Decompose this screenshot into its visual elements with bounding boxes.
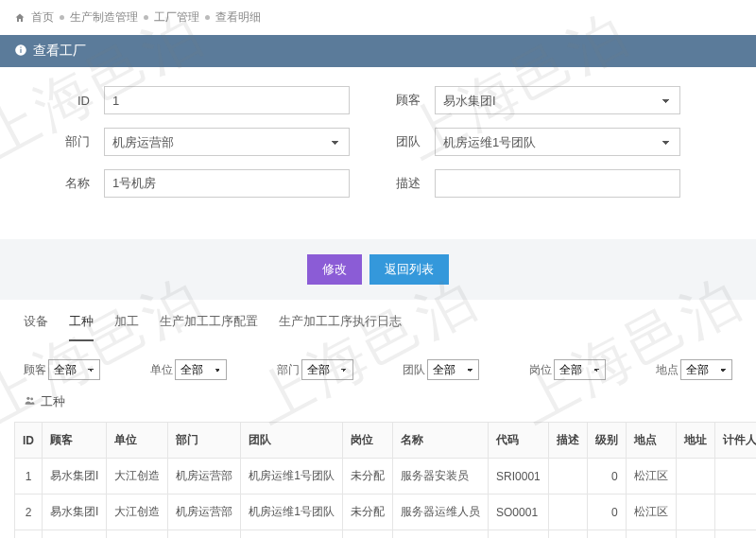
filter-customer-select[interactable]: 全部 [48, 359, 100, 380]
breadcrumb-item[interactable]: 工厂管理 [154, 9, 199, 26]
breadcrumb-item[interactable]: 生产制造管理 [70, 9, 138, 26]
table-cell: 大江创造 [107, 530, 168, 539]
th-location[interactable]: 地点 [626, 423, 676, 459]
table-cell: 松江区 [626, 495, 676, 530]
table-cell: 1 [15, 459, 43, 495]
svg-rect-2 [20, 46, 21, 47]
id-field[interactable] [104, 86, 350, 114]
table-row[interactable]: 2易水集团I大江创造机房运营部机房运维1号团队未分配服务器运维人员SO00010… [15, 495, 757, 530]
filter-unit-select[interactable]: 全部 [175, 359, 227, 380]
table-cell: 0 [587, 495, 626, 530]
table-cell: 0 [587, 459, 626, 495]
filter-team: 团队 全部 [403, 359, 479, 380]
table-cell: 易水集团I [43, 530, 107, 539]
th-name[interactable]: 名称 [393, 423, 489, 459]
section-title-text: 工种 [41, 393, 65, 410]
th-address[interactable]: 地址 [676, 423, 714, 459]
table-cell: 易水集团I [43, 495, 107, 530]
svg-rect-1 [20, 48, 21, 52]
table-row[interactable]: 3易水集团I大江创造机房运营部机房运维1号团队未分配网络部署人员NN00010松… [15, 530, 757, 539]
th-team[interactable]: 团队 [241, 423, 343, 459]
filter-customer: 顾客 全部 [24, 359, 100, 380]
table-cell: 机房运维1号团队 [241, 495, 343, 530]
table-cell: 网络部署人员 [393, 530, 489, 539]
name-field[interactable] [104, 169, 350, 198]
filter-dept-select[interactable]: 全部 [301, 359, 353, 380]
page-header: 查看工厂 [0, 35, 756, 67]
tab-worktype[interactable]: 工种 [69, 313, 94, 341]
svg-point-3 [26, 397, 29, 400]
table-cell: 易水集团I [43, 459, 107, 495]
table-cell: 服务器运维人员 [393, 495, 489, 530]
table-cell: 服务器安装员 [393, 459, 489, 495]
form-area: ID 顾客 易水集团I 部门 机房运营部 团队 机房运维1号团队 名称 [0, 67, 756, 239]
name-label: 名称 [28, 175, 104, 192]
th-dept[interactable]: 部门 [168, 423, 241, 459]
table-cell: 100.00 [714, 459, 756, 495]
th-post[interactable]: 岗位 [343, 423, 393, 459]
table-header-row: ID 顾客 单位 部门 团队 岗位 名称 代码 描述 级别 地点 地址 计件人力… [15, 423, 757, 459]
dept-select[interactable]: 机房运营部 [104, 128, 350, 156]
filter-location-select[interactable]: 全部 [680, 359, 732, 380]
users-icon [24, 394, 36, 409]
filter-dept-label: 部门 [277, 362, 300, 378]
breadcrumb: 首页 生产制造管理 工厂管理 查看明细 [0, 0, 756, 35]
customer-select[interactable]: 易水集团I [435, 86, 680, 114]
filter-customer-label: 顾客 [24, 362, 46, 378]
id-label: ID [28, 94, 104, 108]
tab-process-config[interactable]: 生产加工工序配置 [160, 313, 258, 341]
button-bar: 修改 返回列表 [0, 239, 756, 300]
filter-location: 地点 全部 [656, 359, 732, 380]
desc-field[interactable] [435, 169, 680, 198]
table-cell: 0 [587, 530, 626, 539]
filter-unit: 单位 全部 [150, 359, 227, 380]
filters: 顾客 全部 单位 全部 部门 全部 团队 全部 岗位 全部 地点 全部 [0, 342, 756, 388]
filter-team-select[interactable]: 全部 [427, 359, 479, 380]
table-cell: 机房运维1号团队 [241, 459, 343, 495]
table-cell: 未分配 [343, 459, 393, 495]
breadcrumb-item: 查看明细 [215, 9, 261, 26]
th-cost[interactable]: 计件人力成本 [714, 423, 756, 459]
th-customer[interactable]: 顾客 [43, 423, 107, 459]
info-icon [14, 43, 27, 60]
filter-unit-label: 单位 [150, 362, 173, 378]
filter-dept: 部门 全部 [277, 359, 353, 380]
table-cell: 2.00 [714, 530, 756, 539]
table-cell [548, 459, 587, 495]
th-unit[interactable]: 单位 [107, 423, 168, 459]
customer-label: 顾客 [378, 92, 435, 109]
th-code[interactable]: 代码 [489, 423, 549, 459]
tab-process-log[interactable]: 生产加工工序执行日志 [279, 313, 402, 341]
table-cell: 机房运营部 [168, 459, 241, 495]
tab-process[interactable]: 加工 [114, 313, 139, 341]
worktype-table: ID 顾客 单位 部门 团队 岗位 名称 代码 描述 级别 地点 地址 计件人力… [14, 422, 756, 538]
table-cell: 3 [15, 530, 43, 539]
filter-post-label: 岗位 [529, 362, 552, 378]
desc-label: 描述 [378, 175, 435, 192]
page-title: 查看工厂 [33, 43, 86, 60]
table-cell: 0.00 [714, 495, 756, 530]
th-desc[interactable]: 描述 [548, 423, 587, 459]
breadcrumb-sep [205, 15, 210, 20]
filter-team-label: 团队 [403, 362, 425, 378]
table-cell: 机房运维1号团队 [241, 530, 343, 539]
table-cell: SRI0001 [489, 459, 549, 495]
table-cell: 大江创造 [107, 495, 168, 530]
table-cell: NN0001 [489, 530, 549, 539]
filter-post-select[interactable]: 全部 [554, 359, 606, 380]
table-cell: 2 [15, 495, 43, 530]
table-cell: 松江区 [626, 459, 676, 495]
th-level[interactable]: 级别 [587, 423, 626, 459]
breadcrumb-sep [144, 15, 148, 20]
filter-location-label: 地点 [656, 362, 679, 378]
table-cell [676, 495, 714, 530]
table-cell [548, 495, 587, 530]
table-cell: 大江创造 [107, 459, 168, 495]
table-row[interactable]: 1易水集团I大江创造机房运营部机房运维1号团队未分配服务器安装员SRI00010… [15, 459, 757, 495]
th-id[interactable]: ID [15, 423, 43, 459]
back-button[interactable]: 返回列表 [369, 254, 449, 285]
breadcrumb-item[interactable]: 首页 [31, 9, 54, 26]
tab-equipment[interactable]: 设备 [24, 313, 48, 341]
team-select[interactable]: 机房运维1号团队 [435, 128, 680, 156]
modify-button[interactable]: 修改 [307, 254, 362, 285]
